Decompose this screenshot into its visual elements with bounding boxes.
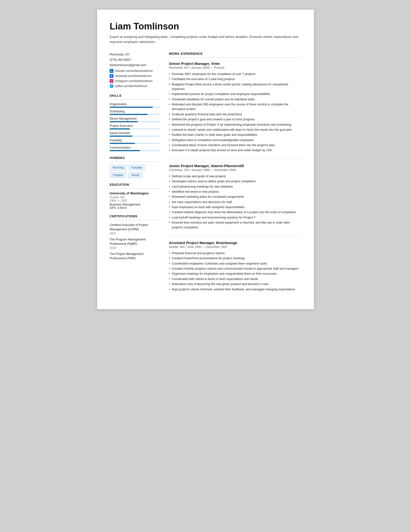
linkedin-icon: in [110, 69, 113, 73]
skill-item: Project Execution [110, 124, 160, 130]
skill-label: Project Execution [110, 124, 160, 128]
edu-location: Seattle, WA [110, 196, 160, 199]
job-bullet: Facilitated the execution of 3 year-long… [169, 77, 301, 82]
job-bullet: Developed metrics used to define goals a… [169, 179, 301, 184]
hobbies-divider [110, 162, 160, 162]
job-bullet: Created monthly progress reports and com… [169, 266, 301, 271]
job-bullets: Oversaw 300+ employees for the completio… [169, 72, 301, 153]
skill-item: Detail-Oriented [110, 132, 160, 137]
skill-item: Scheduling [110, 110, 160, 115]
linkedin-label: linkedin.com/in/liamtomlinson [115, 69, 153, 73]
job-meta: Seattle, WA • June 1992 — December 1997 [169, 245, 301, 249]
skill-label: Detail-Oriented [110, 132, 160, 135]
job-bullet: Scheduled deadlines for overall project … [169, 97, 301, 102]
skill-item: Communication [110, 146, 160, 151]
skill-item: Organization [110, 103, 160, 108]
job-title: Assistant Project Manager, Brainlounge [169, 241, 301, 245]
facebook-label: facebook.com/liamtomlinson [115, 74, 152, 78]
instagram-icon: ◎ [110, 79, 113, 83]
contact-location: Rochester, NY [110, 52, 160, 57]
skills-title: SKILLS [110, 94, 160, 97]
skill-bar-fill [110, 143, 135, 144]
skill-bar-fill [110, 150, 140, 151]
job-bullet: Led brainstorming meetings for new initi… [169, 184, 301, 189]
job-bullet: Listened to clients' needs and collabora… [169, 128, 301, 132]
job-title: Senior Project Manager, Vinte [169, 61, 301, 66]
instagram-label: instagram.com/liamtomlinson [115, 79, 153, 83]
contact-block: Rochester, NY (375) 463-9867 liamtomlins… [110, 52, 160, 88]
hobbies-title: HOBBIES [110, 156, 160, 160]
hobby-tags: RunningKaroakeCosplayTennis [110, 165, 160, 178]
job-block: Junior Project Manager, Stamm-Pfannersti… [169, 164, 301, 230]
skill-label: Communication [110, 146, 160, 149]
job-bullet: Coordinated with clients to factor in th… [169, 277, 301, 281]
job-bullet: Kept employees on track with assigned re… [169, 205, 301, 209]
job-bullet: Created network diagrams that show the d… [169, 210, 301, 215]
job-bullet: Coordinated employees' schedules and ass… [169, 261, 301, 266]
skill-label: Stress Management [110, 117, 160, 120]
education-section: EDUCATION University of Washington Seatt… [110, 183, 160, 209]
edu-gpa: GPA: 3.8/4.0 [110, 206, 160, 209]
cert-year: 2020 [110, 232, 160, 235]
certifications-title: CERTIFICATIONS [110, 214, 160, 218]
social-facebook: f facebook.com/liamtomlinson [110, 74, 160, 78]
header-block: Liam Tomlinson Expert at assigning and d… [110, 21, 301, 45]
certifications-section: CERTIFICATIONS Certified Associate of Pr… [110, 214, 160, 260]
edu-years: 1988 — 1992 [110, 199, 160, 202]
job-bullet: Reviewed marketing plans for completed a… [169, 195, 301, 199]
certifications-divider [110, 220, 160, 220]
job-bullet: Implemented policies for project complet… [169, 92, 301, 96]
skills-divider [110, 99, 160, 100]
job-bullet: Monitored the progress of Project X by i… [169, 123, 301, 127]
skill-bar-bg [110, 150, 160, 151]
job-separator [169, 159, 301, 159]
job-bullet: Estimated costs of launching the new gre… [169, 282, 301, 286]
skill-bar-fill [110, 107, 153, 108]
job-bullet: Set clear expectations and directions fo… [169, 200, 301, 205]
candidate-summary: Expert at assigning and delegating tasks… [110, 35, 301, 45]
job-bullet: Oversaw 300+ employees for the completio… [169, 72, 301, 76]
skill-label: Organization [110, 103, 160, 106]
job-meta: Rochester, NY • January 2009 — Present [169, 66, 301, 69]
contact-email: liamtomlinson@gmail.com [110, 62, 160, 68]
job-bullet: Ensured that contracts are paid, rented … [169, 220, 301, 230]
social-instagram: ◎ instagram.com/liamtomlinson [110, 79, 160, 83]
skill-bar-bg [110, 107, 160, 108]
job-bullet: Kept project's clients informed, solicit… [169, 287, 301, 292]
job-bullet: Analyzed quarterly financial data and ri… [169, 112, 301, 117]
skill-item: Stress Management [110, 117, 160, 122]
skill-bar-bg [110, 128, 160, 130]
twitter-icon: ✦ [110, 84, 113, 88]
certifications-list: Certified Associate of Project Managemen… [110, 223, 160, 260]
skills-list: Organization Scheduling Stress Managemen… [110, 103, 160, 151]
job-bullet: Executed 3 in-depth projects that arrive… [169, 148, 301, 153]
cert-entry: The Project Management Professional (PMP… [110, 252, 160, 260]
job-bullet: Identified risk levels in new projects [169, 190, 301, 194]
skills-section: SKILLS Organization Scheduling Stress Ma… [110, 94, 160, 151]
social-twitter: ✦ twitter.com/liamtomlinson [110, 84, 160, 88]
work-divider [169, 57, 301, 58]
cert-entry: The Program Management Professional (PgM… [110, 238, 160, 250]
skill-bar-bg [110, 121, 160, 122]
contact-phone: (375) 463-9867 [110, 57, 160, 62]
hobby-tag: Cosplay [110, 172, 126, 178]
job-bullets: Prepared financial and progress reportsC… [169, 251, 301, 292]
skill-bar-bg [110, 135, 160, 137]
cert-name: Certified Associate of Project Managemen… [110, 223, 160, 231]
hobbies-section: HOBBIES RunningKaroakeCosplayTennis [110, 156, 160, 178]
cert-name: The Program Management Professional (PgM… [110, 238, 160, 246]
skill-bar-fill [110, 121, 137, 122]
job-block: Assistant Project Manager, Brainlounge S… [169, 241, 301, 292]
skill-label: Flexibility [110, 139, 160, 142]
skill-bar-fill [110, 135, 133, 137]
skill-label: Scheduling [110, 110, 160, 113]
left-column: Rochester, NY (375) 463-9867 liamtomlins… [110, 52, 160, 298]
work-experience-title: WORK EXPERIENCE [169, 52, 301, 56]
skill-bar-bg [110, 114, 160, 115]
skill-bar-fill [110, 128, 130, 130]
skill-item: Flexibility [110, 139, 160, 144]
job-block: Senior Project Manager, Vinte Rochester,… [169, 61, 301, 153]
skill-bar-bg [110, 143, 160, 144]
twitter-label: twitter.com/liamtomlinson [115, 85, 147, 88]
job-bullet: Lead kickoff meetings and brainstorming … [169, 215, 301, 220]
